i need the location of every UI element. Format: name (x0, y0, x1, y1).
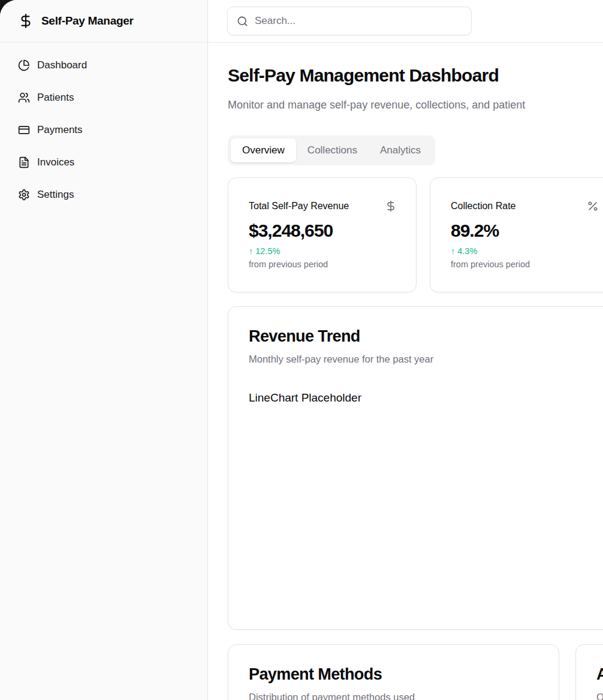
sidebar-item-dashboard[interactable]: Dashboard (18, 53, 193, 78)
desktop-background: Self-Pay Manager Dashboard Patients (0, 0, 603, 700)
bottom-cards-row: Payment Methods Distribution of payment … (228, 644, 603, 700)
payment-methods-description: Distribution of payment methods used (249, 692, 538, 700)
main-area: Self-Pay Management Dashboard Monitor an… (208, 0, 603, 700)
tab-list: Overview Collections Analytics (228, 135, 435, 165)
stat-note: from previous period (451, 260, 599, 269)
revenue-trend-description: Monthly self-pay revenue for the past ye… (249, 354, 603, 365)
stat-note: from previous period (249, 260, 397, 269)
stat-title: Collection Rate (451, 201, 516, 212)
partial-right-card-title: A (596, 665, 603, 684)
tab-collections[interactable]: Collections (296, 138, 369, 162)
gear-icon (18, 189, 30, 201)
revenue-trend-title: Revenue Trend (249, 327, 603, 346)
users-icon (18, 92, 30, 104)
line-chart-placeholder: LineChart Placeholder (249, 391, 603, 405)
search-input[interactable] (255, 15, 462, 27)
sidebar-item-label: Dashboard (37, 59, 87, 71)
percent-icon (587, 200, 599, 212)
stat-change: ↑ 4.3% (451, 246, 599, 256)
partial-right-card: A O (575, 644, 603, 700)
credit-card-icon (18, 124, 30, 136)
topbar (208, 0, 603, 43)
sidebar-nav: Dashboard Patients Payments (0, 43, 207, 215)
stat-card-header: Collection Rate (451, 200, 599, 212)
payment-methods-title: Payment Methods (249, 665, 538, 684)
stat-card-collection-rate: Collection Rate 89.2% ↑ 4.3% from previo… (430, 177, 603, 292)
dollar-logo-icon (18, 13, 34, 29)
file-text-icon (18, 156, 30, 168)
stat-card-total-revenue: Total Self-Pay Revenue $3,248,650 ↑ 12.5… (228, 177, 417, 292)
page-title: Self-Pay Management Dashboard (228, 65, 603, 86)
sidebar: Self-Pay Manager Dashboard Patients (0, 0, 208, 700)
sidebar-item-settings[interactable]: Settings (18, 182, 193, 207)
search-icon (237, 16, 248, 27)
stat-value: 89.2% (451, 221, 599, 240)
partial-right-card-description: O (596, 692, 603, 700)
app-window: Self-Pay Manager Dashboard Patients (0, 0, 603, 700)
pie-chart-icon (18, 59, 30, 71)
app-title: Self-Pay Manager (41, 14, 134, 28)
stats-row: Total Self-Pay Revenue $3,248,650 ↑ 12.5… (228, 177, 603, 292)
sidebar-item-label: Patients (37, 92, 74, 104)
sidebar-item-invoices[interactable]: Invoices (18, 150, 193, 175)
sidebar-item-label: Invoices (37, 156, 74, 168)
page-content: Self-Pay Management Dashboard Monitor an… (208, 43, 603, 700)
revenue-trend-card: Revenue Trend Monthly self-pay revenue f… (228, 306, 603, 630)
sidebar-item-payments[interactable]: Payments (18, 117, 193, 143)
stat-card-header: Total Self-Pay Revenue (249, 200, 397, 212)
tab-overview[interactable]: Overview (231, 138, 296, 162)
stat-title: Total Self-Pay Revenue (249, 201, 349, 212)
sidebar-item-patients[interactable]: Patients (18, 85, 193, 110)
tab-analytics[interactable]: Analytics (369, 138, 432, 162)
dollar-sign-icon (385, 200, 397, 212)
sidebar-header: Self-Pay Manager (0, 0, 207, 43)
payment-methods-card: Payment Methods Distribution of payment … (228, 644, 559, 700)
sidebar-item-label: Settings (37, 189, 74, 201)
page-subtitle: Monitor and manage self-pay revenue, col… (228, 99, 603, 111)
search-box[interactable] (227, 7, 472, 35)
stat-change: ↑ 12.5% (249, 246, 397, 256)
sidebar-item-label: Payments (37, 124, 83, 136)
stat-value: $3,248,650 (249, 221, 397, 240)
